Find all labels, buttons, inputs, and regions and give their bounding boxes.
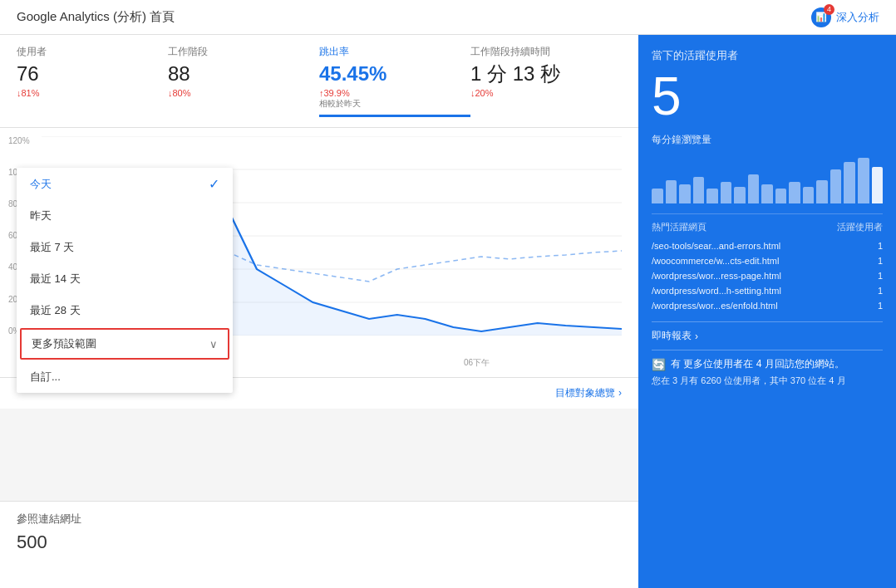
link-arrow: › — [618, 387, 622, 399]
hot-page-row-2: /wordpress/wor...ress-page.html1 — [652, 268, 883, 283]
metric-bounce-label: 跳出率 — [319, 45, 454, 59]
dropdown-yesterday-label: 昨天 — [30, 208, 52, 223]
left-panel: 使用者 76 ↓81% 工作階段 88 ↓80% 跳出率 45.45% ↑39.… — [0, 35, 638, 588]
metric-sessions: 工作階段 88 ↓80% — [168, 45, 319, 117]
card-text: 您在 3 月有 6260 位使用者，其中 370 位在 4 月 — [652, 375, 883, 387]
mini-bar-12 — [816, 180, 828, 203]
mini-bar-0 — [652, 189, 663, 203]
dropdown-item-more-presets[interactable]: 更多預設範圍 ∨ — [20, 328, 229, 360]
mini-bar-3 — [693, 177, 705, 203]
notification-badge: 4 — [824, 4, 834, 15]
hot-page-url-2: /wordpress/wor...ress-page.html — [652, 271, 871, 281]
metric-sessions-value: 88 — [168, 62, 303, 86]
hot-page-row-3: /wordpress/word...h-setting.html1 — [652, 283, 883, 298]
mini-bar-chart — [652, 154, 883, 203]
mini-bar-7 — [748, 174, 760, 203]
hot-page-count-0: 1 — [878, 241, 883, 251]
app-container: Google Analytics (分析) 首頁 📊 4 深入分析 使用者 76… — [0, 0, 896, 588]
arrow-icon: › — [695, 331, 698, 342]
metric-duration-value: 1 分 13 秒 — [470, 62, 605, 86]
mini-bar-4 — [706, 189, 718, 203]
dropdown-item-yesterday[interactable]: 昨天 — [17, 200, 233, 232]
dropdown-item-14days[interactable]: 最近 14 天 — [17, 263, 233, 295]
metric-bounce-change: ↑39.9% — [319, 88, 454, 98]
date-range-dropdown: 今天 ✓ 昨天 最近 7 天 最近 14 天 最近 28 天 更多預設範圍 ∨ — [17, 168, 233, 393]
metrics-row: 使用者 76 ↓81% 工作階段 88 ↓80% 跳出率 45.45% ↑39.… — [0, 35, 638, 128]
bottom-right-card: 🔄 有 更多位使用者在 4 月回訪您的網站。 您在 3 月有 6260 位使用者… — [652, 350, 883, 387]
hot-page-url-0: /seo-tools/sear...and-errors.html — [652, 241, 871, 251]
metric-duration-change: ↓20% — [470, 88, 605, 98]
hot-page-count-3: 1 — [878, 286, 883, 296]
realtime-report-link[interactable]: 即時報表 › — [652, 321, 883, 343]
dropdown-today-label: 今天 — [30, 177, 52, 192]
deep-analysis-label: 深入分析 — [836, 10, 879, 25]
metric-bounce-note: 相較於昨天 — [319, 98, 454, 110]
active-users-title: 當下的活躍使用者 — [652, 48, 883, 63]
hot-pages-label: 熱門活躍網頁 — [652, 221, 706, 233]
dropdown-7days-label: 最近 7 天 — [30, 240, 74, 255]
dropdown-custom-label: 自訂... — [30, 370, 61, 385]
metric-users-label: 使用者 — [17, 45, 151, 59]
hot-page-count-2: 1 — [878, 271, 883, 281]
metric-duration: 工作階段持續時間 1 分 13 秒 ↓20% — [470, 45, 622, 117]
refresh-icon: 🔄 — [652, 358, 666, 371]
metric-bounce: 跳出率 45.45% ↑39.9% 相較於昨天 — [319, 45, 470, 117]
chevron-down-icon: ∨ — [209, 338, 218, 350]
referral-title: 參照連結網址 — [17, 512, 622, 527]
mini-bar-14 — [844, 162, 855, 203]
deep-analysis-btn[interactable]: 📊 4 深入分析 — [811, 7, 879, 27]
metric-sessions-label: 工作階段 — [168, 45, 303, 59]
mini-bar-5 — [721, 182, 732, 203]
check-icon: ✓ — [209, 176, 219, 192]
dropdown-item-custom[interactable]: 自訂... — [17, 361, 233, 393]
hot-pages-list: /seo-tools/sear...and-errors.html1/wooco… — [652, 238, 883, 313]
analytics-icon: 📊 4 — [811, 7, 831, 27]
hot-page-url-3: /wordpress/word...h-setting.html — [652, 286, 871, 296]
mini-bar-8 — [761, 184, 773, 203]
hot-page-row-1: /woocommerce/w...cts-edit.html1 — [652, 253, 883, 268]
mini-bar-11 — [803, 187, 815, 203]
mini-bar-1 — [666, 180, 677, 203]
bottom-left-section: 參照連結網址 500 — [0, 501, 638, 588]
hot-page-url-1: /woocommerce/w...cts-edit.html — [652, 256, 871, 266]
card-title-row: 🔄 有 更多位使用者在 4 月回訪您的網站。 — [652, 357, 883, 371]
right-panel: 當下的活躍使用者 5 每分鐘瀏覽量 熱門活躍網頁 活躍使用者 /seo-tool… — [638, 35, 896, 588]
page-title: Google Analytics (分析) 首頁 — [17, 9, 175, 25]
audience-overview-link[interactable]: 目標對象總覽 › — [555, 386, 622, 400]
hot-page-row-4: /wordpress/wor...es/enfold.html1 — [652, 298, 883, 313]
hot-page-count-4: 1 — [878, 301, 883, 311]
hot-pages-header: 熱門活躍網頁 活躍使用者 — [652, 213, 883, 233]
dropdown-item-28days[interactable]: 最近 28 天 — [17, 295, 233, 326]
per-minute-label: 每分鐘瀏覽量 — [652, 133, 883, 147]
mini-bar-13 — [830, 169, 842, 203]
mini-bar-15 — [858, 158, 869, 203]
dropdown-item-7days[interactable]: 最近 7 天 — [17, 232, 233, 263]
metric-sessions-change: ↓80% — [168, 88, 303, 98]
metric-users: 使用者 76 ↓81% — [17, 45, 168, 117]
referral-value: 500 — [17, 532, 622, 553]
mini-bar-6 — [734, 187, 746, 203]
realtime-label: 即時報表 — [652, 329, 692, 343]
mini-bar-2 — [679, 184, 691, 203]
main-content: 使用者 76 ↓81% 工作階段 88 ↓80% 跳出率 45.45% ↑39.… — [0, 35, 896, 588]
active-users-count: 5 — [652, 70, 883, 123]
header: Google Analytics (分析) 首頁 📊 4 深入分析 — [0, 0, 896, 35]
metric-users-value: 76 — [17, 62, 151, 86]
dropdown-more-label: 更多預設範圍 — [32, 336, 96, 351]
active-users-col-label: 活躍使用者 — [837, 221, 883, 233]
metric-duration-label: 工作階段持續時間 — [470, 45, 605, 59]
dropdown-14days-label: 最近 14 天 — [30, 272, 81, 287]
dropdown-28days-label: 最近 28 天 — [30, 303, 81, 318]
mini-bar-9 — [775, 189, 787, 203]
hot-page-count-1: 1 — [878, 256, 883, 266]
card-title: 有 更多位使用者在 4 月回訪您的網站。 — [671, 357, 844, 371]
mini-bar-10 — [789, 182, 800, 203]
dropdown-item-today[interactable]: 今天 ✓ — [17, 168, 233, 200]
hot-page-url-4: /wordpress/wor...es/enfold.html — [652, 301, 871, 311]
metric-bounce-value: 45.45% — [319, 62, 454, 86]
link-label: 目標對象總覽 — [555, 386, 615, 400]
metric-users-change: ↓81% — [17, 88, 151, 98]
mini-bar-16 — [872, 167, 884, 203]
hot-page-row-0: /seo-tools/sear...and-errors.html1 — [652, 238, 883, 253]
